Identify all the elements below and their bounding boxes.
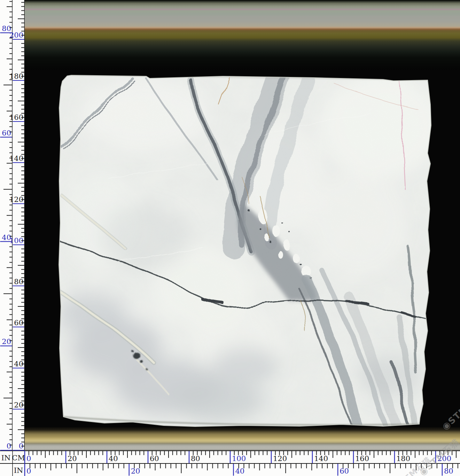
svg-text:60: 60 <box>2 129 11 137</box>
svg-text:40: 40 <box>109 454 118 463</box>
slab-scan-viewport: ◉STM石猫 ◉STM石猫 ◉STM石猫 0204060800204060801… <box>0 0 460 476</box>
svg-text:60: 60 <box>150 454 159 463</box>
vertical-rulers: 020406080020406080100120140160180200 <box>0 0 25 451</box>
horizontal-rulers: 020406080100120140160180200020406080INCM… <box>0 451 460 476</box>
svg-text:0: 0 <box>26 454 31 463</box>
svg-text:0: 0 <box>26 467 31 475</box>
svg-text:100: 100 <box>232 454 246 463</box>
svg-text:20: 20 <box>2 337 11 346</box>
marble-slab-photo <box>56 73 432 428</box>
svg-text:CM: CM <box>12 454 25 462</box>
svg-text:100: 100 <box>9 236 23 245</box>
svg-text:160: 160 <box>355 454 369 463</box>
svg-text:0: 0 <box>7 442 11 450</box>
svg-text:80: 80 <box>444 467 453 475</box>
svg-text:160: 160 <box>9 113 23 122</box>
svg-text:120: 120 <box>273 454 287 463</box>
svg-text:IN: IN <box>14 466 23 475</box>
svg-text:200: 200 <box>437 454 451 463</box>
scan-artifact-bands-top <box>25 0 460 70</box>
svg-text:200: 200 <box>9 31 23 39</box>
svg-text:140: 140 <box>314 454 328 463</box>
svg-text:60: 60 <box>340 467 349 475</box>
svg-text:140: 140 <box>9 154 23 163</box>
svg-text:180: 180 <box>9 72 23 80</box>
svg-text:20: 20 <box>131 467 140 475</box>
scan-artifact-bands-bottom <box>25 427 460 451</box>
svg-text:120: 120 <box>9 195 23 204</box>
svg-text:20: 20 <box>68 454 77 463</box>
svg-text:180: 180 <box>396 454 410 463</box>
svg-text:40: 40 <box>235 467 244 475</box>
svg-text:IN: IN <box>1 454 11 462</box>
svg-text:80: 80 <box>191 454 200 463</box>
